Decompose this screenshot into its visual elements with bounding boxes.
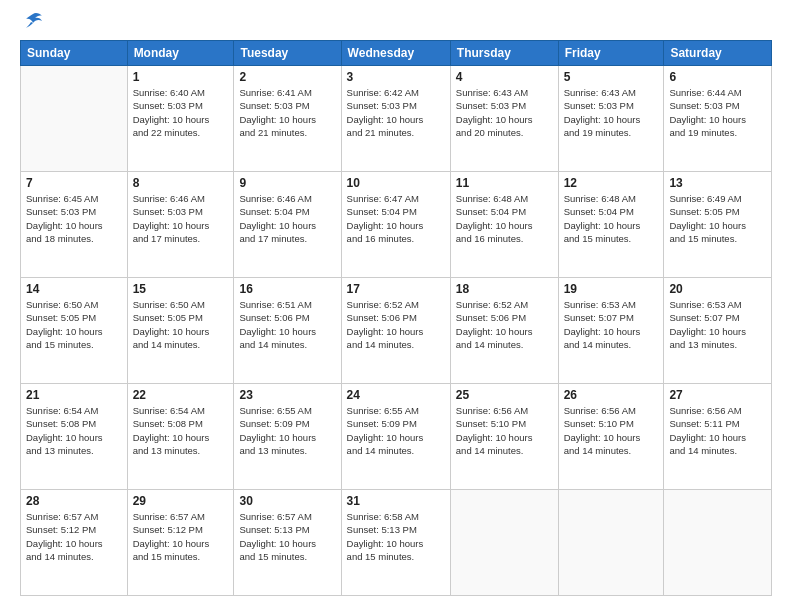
day-number: 8 [133,176,229,190]
day-info: Sunrise: 6:57 AM Sunset: 5:12 PM Dayligh… [133,510,229,563]
calendar-cell: 31Sunrise: 6:58 AM Sunset: 5:13 PM Dayli… [341,490,450,596]
day-info: Sunrise: 6:46 AM Sunset: 5:04 PM Dayligh… [239,192,335,245]
day-number: 6 [669,70,766,84]
calendar-cell: 21Sunrise: 6:54 AM Sunset: 5:08 PM Dayli… [21,384,128,490]
day-number: 4 [456,70,553,84]
calendar-cell: 10Sunrise: 6:47 AM Sunset: 5:04 PM Dayli… [341,172,450,278]
calendar-week-row: 7Sunrise: 6:45 AM Sunset: 5:03 PM Daylig… [21,172,772,278]
day-info: Sunrise: 6:50 AM Sunset: 5:05 PM Dayligh… [26,298,122,351]
day-info: Sunrise: 6:54 AM Sunset: 5:08 PM Dayligh… [26,404,122,457]
calendar-cell: 15Sunrise: 6:50 AM Sunset: 5:05 PM Dayli… [127,278,234,384]
day-info: Sunrise: 6:54 AM Sunset: 5:08 PM Dayligh… [133,404,229,457]
day-info: Sunrise: 6:41 AM Sunset: 5:03 PM Dayligh… [239,86,335,139]
calendar-cell: 24Sunrise: 6:55 AM Sunset: 5:09 PM Dayli… [341,384,450,490]
day-number: 20 [669,282,766,296]
day-info: Sunrise: 6:43 AM Sunset: 5:03 PM Dayligh… [564,86,659,139]
calendar-cell: 3Sunrise: 6:42 AM Sunset: 5:03 PM Daylig… [341,66,450,172]
col-header-thursday: Thursday [450,41,558,66]
day-info: Sunrise: 6:57 AM Sunset: 5:13 PM Dayligh… [239,510,335,563]
day-number: 31 [347,494,445,508]
calendar-cell: 14Sunrise: 6:50 AM Sunset: 5:05 PM Dayli… [21,278,128,384]
day-number: 27 [669,388,766,402]
calendar-cell: 26Sunrise: 6:56 AM Sunset: 5:10 PM Dayli… [558,384,664,490]
calendar-cell: 7Sunrise: 6:45 AM Sunset: 5:03 PM Daylig… [21,172,128,278]
calendar-cell: 25Sunrise: 6:56 AM Sunset: 5:10 PM Dayli… [450,384,558,490]
day-number: 10 [347,176,445,190]
calendar-cell: 2Sunrise: 6:41 AM Sunset: 5:03 PM Daylig… [234,66,341,172]
day-info: Sunrise: 6:56 AM Sunset: 5:10 PM Dayligh… [564,404,659,457]
day-number: 30 [239,494,335,508]
day-number: 5 [564,70,659,84]
calendar-cell: 4Sunrise: 6:43 AM Sunset: 5:03 PM Daylig… [450,66,558,172]
calendar-cell: 18Sunrise: 6:52 AM Sunset: 5:06 PM Dayli… [450,278,558,384]
page: SundayMondayTuesdayWednesdayThursdayFrid… [0,0,792,612]
calendar-week-row: 21Sunrise: 6:54 AM Sunset: 5:08 PM Dayli… [21,384,772,490]
calendar-cell: 29Sunrise: 6:57 AM Sunset: 5:12 PM Dayli… [127,490,234,596]
day-info: Sunrise: 6:55 AM Sunset: 5:09 PM Dayligh… [347,404,445,457]
day-number: 7 [26,176,122,190]
day-info: Sunrise: 6:56 AM Sunset: 5:10 PM Dayligh… [456,404,553,457]
calendar-cell: 19Sunrise: 6:53 AM Sunset: 5:07 PM Dayli… [558,278,664,384]
day-number: 16 [239,282,335,296]
day-number: 18 [456,282,553,296]
calendar-cell: 22Sunrise: 6:54 AM Sunset: 5:08 PM Dayli… [127,384,234,490]
calendar-table: SundayMondayTuesdayWednesdayThursdayFrid… [20,40,772,596]
day-info: Sunrise: 6:48 AM Sunset: 5:04 PM Dayligh… [564,192,659,245]
col-header-sunday: Sunday [21,41,128,66]
day-info: Sunrise: 6:42 AM Sunset: 5:03 PM Dayligh… [347,86,445,139]
calendar-cell [558,490,664,596]
day-info: Sunrise: 6:53 AM Sunset: 5:07 PM Dayligh… [564,298,659,351]
calendar-cell: 8Sunrise: 6:46 AM Sunset: 5:03 PM Daylig… [127,172,234,278]
calendar-cell [664,490,772,596]
day-number: 11 [456,176,553,190]
calendar-header-row: SundayMondayTuesdayWednesdayThursdayFrid… [21,41,772,66]
day-number: 3 [347,70,445,84]
calendar-cell: 5Sunrise: 6:43 AM Sunset: 5:03 PM Daylig… [558,66,664,172]
calendar-week-row: 14Sunrise: 6:50 AM Sunset: 5:05 PM Dayli… [21,278,772,384]
day-number: 19 [564,282,659,296]
day-info: Sunrise: 6:56 AM Sunset: 5:11 PM Dayligh… [669,404,766,457]
day-info: Sunrise: 6:52 AM Sunset: 5:06 PM Dayligh… [347,298,445,351]
calendar-cell: 9Sunrise: 6:46 AM Sunset: 5:04 PM Daylig… [234,172,341,278]
col-header-friday: Friday [558,41,664,66]
day-number: 17 [347,282,445,296]
calendar-cell: 6Sunrise: 6:44 AM Sunset: 5:03 PM Daylig… [664,66,772,172]
day-number: 12 [564,176,659,190]
col-header-saturday: Saturday [664,41,772,66]
calendar-cell: 20Sunrise: 6:53 AM Sunset: 5:07 PM Dayli… [664,278,772,384]
calendar-week-row: 1Sunrise: 6:40 AM Sunset: 5:03 PM Daylig… [21,66,772,172]
day-info: Sunrise: 6:53 AM Sunset: 5:07 PM Dayligh… [669,298,766,351]
day-number: 24 [347,388,445,402]
day-info: Sunrise: 6:52 AM Sunset: 5:06 PM Dayligh… [456,298,553,351]
day-number: 29 [133,494,229,508]
day-info: Sunrise: 6:50 AM Sunset: 5:05 PM Dayligh… [133,298,229,351]
day-info: Sunrise: 6:49 AM Sunset: 5:05 PM Dayligh… [669,192,766,245]
col-header-tuesday: Tuesday [234,41,341,66]
calendar-cell: 30Sunrise: 6:57 AM Sunset: 5:13 PM Dayli… [234,490,341,596]
day-info: Sunrise: 6:40 AM Sunset: 5:03 PM Dayligh… [133,86,229,139]
logo [20,16,43,30]
day-number: 2 [239,70,335,84]
calendar-cell: 23Sunrise: 6:55 AM Sunset: 5:09 PM Dayli… [234,384,341,490]
day-info: Sunrise: 6:57 AM Sunset: 5:12 PM Dayligh… [26,510,122,563]
calendar-cell: 11Sunrise: 6:48 AM Sunset: 5:04 PM Dayli… [450,172,558,278]
col-header-monday: Monday [127,41,234,66]
day-number: 25 [456,388,553,402]
day-number: 28 [26,494,122,508]
day-number: 13 [669,176,766,190]
day-info: Sunrise: 6:58 AM Sunset: 5:13 PM Dayligh… [347,510,445,563]
calendar-cell [21,66,128,172]
header [20,16,772,30]
day-info: Sunrise: 6:47 AM Sunset: 5:04 PM Dayligh… [347,192,445,245]
calendar-cell: 28Sunrise: 6:57 AM Sunset: 5:12 PM Dayli… [21,490,128,596]
day-info: Sunrise: 6:46 AM Sunset: 5:03 PM Dayligh… [133,192,229,245]
calendar-cell: 1Sunrise: 6:40 AM Sunset: 5:03 PM Daylig… [127,66,234,172]
day-number: 9 [239,176,335,190]
day-info: Sunrise: 6:55 AM Sunset: 5:09 PM Dayligh… [239,404,335,457]
day-info: Sunrise: 6:48 AM Sunset: 5:04 PM Dayligh… [456,192,553,245]
day-number: 22 [133,388,229,402]
calendar-cell: 16Sunrise: 6:51 AM Sunset: 5:06 PM Dayli… [234,278,341,384]
calendar-cell: 17Sunrise: 6:52 AM Sunset: 5:06 PM Dayli… [341,278,450,384]
day-number: 15 [133,282,229,296]
day-number: 26 [564,388,659,402]
